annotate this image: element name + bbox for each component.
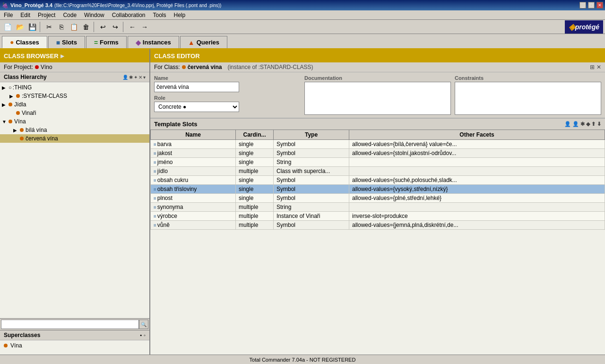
slot-name: ≡jakost bbox=[151, 149, 236, 158]
superclass-item[interactable]: Vína bbox=[4, 341, 146, 350]
copy-class-icon[interactable]: ✦ bbox=[134, 75, 138, 80]
tab-queries[interactable]: ▲Queries bbox=[180, 36, 227, 48]
classes-tab-icon: ● bbox=[10, 38, 14, 46]
constraints-textarea[interactable] bbox=[455, 82, 601, 115]
table-row[interactable]: ≡obsah cukru single Symbol allowed-value… bbox=[151, 176, 605, 185]
close-button[interactable]: ✕ bbox=[596, 2, 603, 9]
menu-item-file[interactable]: File bbox=[0, 11, 17, 19]
ts-icon-6[interactable]: ⬇ bbox=[597, 121, 601, 127]
tree-item-vinari[interactable]: Vinaři bbox=[0, 109, 149, 117]
tree-item-system-class[interactable]: ▶ :SYSTEM-CLASS bbox=[0, 92, 149, 100]
table-row[interactable]: ≡plnost single Symbol allowed-values={pl… bbox=[151, 194, 605, 203]
slot-type: String bbox=[274, 158, 349, 167]
table-row[interactable]: ≡vůně multiple Symbol allowed-values={je… bbox=[151, 221, 605, 230]
toolbar-separator-3 bbox=[123, 22, 125, 32]
statusbar: Total Commander 7.04a - NOT REGISTERED bbox=[0, 355, 605, 364]
class-browser-header: CLASS BROWSER ▶ bbox=[0, 49, 149, 62]
ts-icon-5[interactable]: ⬆ bbox=[591, 121, 596, 127]
fc-icon-2[interactable]: ✕ bbox=[596, 64, 601, 70]
menu-item-window[interactable]: Window bbox=[80, 11, 108, 19]
remove-class-icon[interactable]: ✱ bbox=[129, 75, 133, 80]
class-editor-header: CLASS EDITOR bbox=[150, 49, 605, 62]
tree-item-vina[interactable]: ▼ Vína bbox=[0, 117, 149, 126]
for-project-row: For Project: Víno bbox=[0, 62, 149, 72]
prev-button[interactable]: ← bbox=[127, 22, 138, 32]
slot-name: ≡synonyma bbox=[151, 203, 236, 212]
class-dot bbox=[9, 103, 12, 106]
superclasses-panel: Superclasses • ◦ Vína bbox=[0, 330, 149, 355]
new-button[interactable]: 📄 bbox=[2, 22, 13, 32]
maximize-button[interactable]: □ bbox=[588, 2, 595, 9]
project-dot bbox=[35, 65, 39, 69]
back-button[interactable]: ↩ bbox=[97, 22, 109, 32]
table-row[interactable]: ≡jakost single Symbol allowed-values={st… bbox=[151, 149, 605, 158]
table-row[interactable]: ≡synonyma multiple String bbox=[151, 203, 605, 212]
ts-icon-2[interactable]: 👤 bbox=[572, 121, 579, 127]
superclasses-header: Superclasses • ◦ bbox=[0, 330, 149, 340]
slot-type: Class with supercla... bbox=[274, 167, 349, 176]
fc-icon-1[interactable]: ⊞ bbox=[590, 64, 595, 70]
slot-cardinality: single bbox=[236, 140, 274, 149]
delete-button[interactable]: 🗑 bbox=[80, 22, 92, 32]
table-row[interactable]: ≡barva single Symbol allowed-values={bíl… bbox=[151, 140, 605, 149]
table-row[interactable]: ≡jméno single String bbox=[151, 158, 605, 167]
ts-icon-3[interactable]: ✱ bbox=[580, 121, 585, 127]
forward-button[interactable]: ↪ bbox=[110, 22, 121, 32]
minimize-button[interactable]: _ bbox=[579, 2, 586, 9]
open-button[interactable]: 📂 bbox=[14, 22, 26, 32]
save-button[interactable]: 💾 bbox=[26, 22, 38, 32]
expand-icon[interactable]: ▾ bbox=[143, 75, 146, 80]
search-input[interactable] bbox=[1, 320, 139, 329]
delete-class-icon[interactable]: ✕ bbox=[138, 75, 142, 80]
left-panel: CLASS BROWSER ▶ For Project: Víno Class … bbox=[0, 49, 150, 355]
table-row[interactable]: ≡jídlo multiple Class with supercla... bbox=[151, 167, 605, 176]
tree-item-bila-vina[interactable]: ▶ bílá vína bbox=[0, 126, 149, 134]
table-row[interactable]: ≡výrobce multiple Instance of Vinaři inv… bbox=[151, 212, 605, 221]
menubar: FileEditProjectCodeWindowCollaborationTo… bbox=[0, 10, 605, 20]
menu-item-help[interactable]: Help bbox=[170, 11, 190, 19]
tab-classes[interactable]: ●Classes bbox=[2, 36, 47, 48]
class-dot bbox=[20, 128, 24, 132]
tree-item-cervena-vina[interactable]: červená vína bbox=[0, 134, 149, 143]
superclass-add-icon[interactable]: • bbox=[140, 332, 142, 338]
slots-tab-icon: ■ bbox=[56, 39, 60, 46]
search-button[interactable]: 🔍 bbox=[139, 320, 148, 329]
paste-button[interactable]: 📋 bbox=[68, 22, 79, 32]
slot-facets: allowed-values={jemná,plná,diskrétní,de.… bbox=[349, 221, 605, 230]
documentation-textarea[interactable] bbox=[304, 82, 451, 115]
search-bar: 🔍 bbox=[0, 318, 149, 330]
slot-facets: allowed-values={suché,polosuché,sladk... bbox=[349, 176, 605, 185]
slot-type: Symbol bbox=[274, 140, 349, 149]
tree-item-jidla[interactable]: ▶ Jídla bbox=[0, 100, 149, 109]
menu-item-code[interactable]: Code bbox=[59, 11, 80, 19]
tab-slots[interactable]: ■Slots bbox=[48, 36, 85, 48]
cut-button[interactable]: ✂ bbox=[43, 22, 55, 32]
tree-item-thing[interactable]: ▶ ○ :THING bbox=[0, 83, 149, 92]
titlebar-title: 🍇 Vino_Protégé 3.4 (file:C:\Program%20Fi… bbox=[2, 2, 221, 9]
superclass-remove-icon[interactable]: ◦ bbox=[144, 332, 146, 338]
add-class-icon[interactable]: 👤 bbox=[122, 75, 128, 80]
role-select[interactable]: Concrete ● Abstract bbox=[154, 102, 239, 112]
tab-instances[interactable]: ◆Instances bbox=[128, 36, 179, 48]
main-content: CLASS BROWSER ▶ For Project: Víno Class … bbox=[0, 49, 605, 355]
app-icon: 🍇 bbox=[2, 2, 9, 9]
name-input[interactable] bbox=[154, 82, 239, 92]
table-header: Name Cardin... Type Other Facets bbox=[151, 130, 605, 140]
next-button[interactable]: → bbox=[139, 22, 150, 32]
tab-forms[interactable]: =Forms bbox=[86, 36, 127, 48]
table-row-selected[interactable]: ≡obsah třísloviny single Symbol allowed-… bbox=[151, 185, 605, 194]
menu-item-collaboration[interactable]: Collaboration bbox=[108, 11, 149, 19]
copy-button[interactable]: ⎘ bbox=[56, 22, 67, 32]
instances-tab-label: Instances bbox=[143, 39, 171, 46]
slot-cardinality: multiple bbox=[236, 203, 274, 212]
ts-icon-4[interactable]: ◆ bbox=[586, 121, 590, 127]
menu-item-project[interactable]: Project bbox=[34, 11, 59, 19]
menu-item-tools[interactable]: Tools bbox=[149, 11, 170, 19]
slots-table: Name Cardin... Type Other Facets ≡barva … bbox=[150, 130, 605, 355]
slot-name: ≡barva bbox=[151, 140, 236, 149]
class-dot-icon bbox=[182, 65, 186, 69]
slot-name: ≡obsah cukru bbox=[151, 176, 236, 185]
ts-icon-1[interactable]: 👤 bbox=[564, 121, 571, 127]
col-name: Name bbox=[151, 130, 236, 140]
menu-item-edit[interactable]: Edit bbox=[17, 11, 34, 19]
